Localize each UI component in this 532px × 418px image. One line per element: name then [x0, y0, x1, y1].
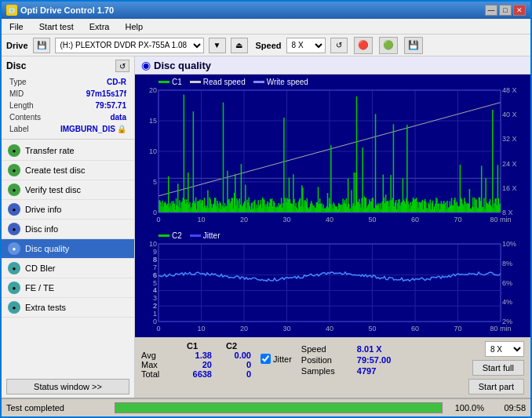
disc-quality-icon: ● — [8, 242, 20, 255]
chart-top: C1 Read speed Write speed — [135, 75, 530, 228]
avg-c2: 0.00 — [212, 351, 251, 360]
main-window: 💿 Opti Drive Control 1.70 — □ ✕ File Sta… — [0, 0, 532, 418]
sidebar-item-disc-quality[interactable]: ● Disc quality — [2, 239, 134, 259]
speed-position-samples: Speed 8.01 X Position 79:57.00 Samples 4… — [301, 341, 391, 376]
speed-row: Speed 8.01 X — [301, 344, 391, 354]
chart-bottom-legend: C2 Jitter — [159, 231, 220, 240]
total-c2: 0 — [212, 369, 251, 379]
type-label: Type — [8, 77, 47, 87]
sidebar-item-fe-te[interactable]: ● FE / TE — [2, 278, 134, 298]
drive-icon-button[interactable]: 💾 — [33, 38, 50, 53]
sidebar-item-cd-bler[interactable]: ● CD Bler — [2, 259, 134, 278]
start-full-button[interactable]: Start full — [472, 360, 524, 376]
avg-label: Avg — [141, 351, 173, 360]
disc-info-table: Type CD-R MID 97m15s17f Length 79:57.71 — [6, 75, 129, 136]
action-buttons-container: 8 X Start full Start part — [468, 341, 524, 394]
jitter-label: Jitter — [273, 354, 292, 364]
drive-eject-button[interactable]: ⏏ — [231, 38, 248, 53]
legend-write-color — [253, 81, 264, 83]
max-c1: 20 — [173, 360, 212, 369]
menu-file[interactable]: File — [5, 21, 28, 32]
legend-c2-color — [159, 234, 169, 237]
disc-section: Disc ↺ Type CD-R MID 97m15s17f — [2, 56, 134, 140]
time-text: 09:58 — [490, 403, 526, 413]
sidebar-item-verify-test-disc[interactable]: ● Verify test disc — [2, 180, 134, 200]
drive-bar: Drive 💾 (H:) PLEXTOR DVDR PX-755A 1.08 ▼… — [2, 35, 530, 56]
verify-test-disc-icon: ● — [8, 184, 20, 196]
avg-c1: 1.38 — [173, 351, 212, 360]
cd-bler-label: CD Bler — [25, 264, 56, 273]
label-value: IMGBURN_DIS — [60, 125, 115, 133]
minimize-button[interactable]: — — [485, 5, 497, 16]
speed-refresh-button[interactable]: ↺ — [330, 38, 348, 53]
title-bar-buttons: — □ ✕ — [485, 5, 526, 16]
position-value: 79:57.00 — [357, 355, 391, 365]
right-panel: ◉ Disc quality C1 Read — [135, 56, 530, 398]
create-test-disc-label: Create test disc — [25, 165, 85, 175]
window-title: Opti Drive Control 1.70 — [20, 5, 114, 15]
length-label: Length — [8, 100, 47, 111]
menu-help[interactable]: Help — [120, 21, 148, 32]
start-part-button[interactable]: Start part — [468, 379, 524, 394]
drive-select[interactable]: (H:) PLEXTOR DVDR PX-755A 1.08 — [55, 38, 204, 53]
legend-jitter-color — [190, 234, 201, 237]
drive-info-label: Drive info — [25, 205, 61, 214]
toolbar-btn-3[interactable]: 💾 — [404, 37, 423, 54]
menu-extra[interactable]: Extra — [85, 21, 115, 32]
speed-stat-label: Speed — [301, 344, 352, 354]
sidebar-menu: ● Transfer rate ● Create test disc ● Ver… — [2, 140, 134, 376]
legend-c1: C1 — [159, 78, 182, 86]
panel-header: ◉ Disc quality — [135, 56, 530, 75]
samples-label: Samples — [301, 366, 352, 376]
mid-label: MID — [8, 89, 47, 99]
toolbar-btn-1[interactable]: 🔴 — [354, 37, 373, 54]
status-window-button[interactable]: Status window >> — [6, 379, 129, 394]
stats-c1-header: C1 — [173, 341, 212, 351]
transfer-rate-label: Transfer rate — [25, 146, 75, 155]
fe-te-label: FE / TE — [25, 283, 54, 293]
close-button[interactable]: ✕ — [513, 5, 526, 16]
legend-write-label: Write speed — [267, 78, 308, 86]
extra-tests-icon: ● — [8, 301, 20, 314]
create-test-disc-icon: ● — [8, 164, 20, 176]
maximize-button[interactable]: □ — [499, 5, 512, 16]
speed-select-top[interactable]: 8 X — [286, 38, 326, 53]
sidebar-item-create-test-disc[interactable]: ● Create test disc — [2, 161, 134, 180]
contents-value: data — [49, 112, 128, 122]
chart-legend: C1 Read speed Write speed — [159, 78, 308, 86]
legend-jitter-label: Jitter — [203, 231, 220, 240]
sidebar-item-drive-info[interactable]: ● Drive info — [2, 200, 134, 220]
disc-refresh-button[interactable]: ↺ — [115, 60, 129, 72]
disc-info-label: Disc info — [25, 224, 58, 234]
menu-start-test[interactable]: Start test — [35, 21, 78, 32]
menu-bar: File Start test Extra Help — [2, 19, 530, 35]
samples-value: 4797 — [357, 366, 376, 376]
progress-text: 100.0% — [449, 403, 484, 413]
jitter-checkbox-container: Jitter — [261, 354, 292, 364]
disc-header: Disc ↺ — [6, 60, 129, 72]
legend-jitter: Jitter — [190, 231, 220, 240]
verify-test-disc-label: Verify test disc — [25, 185, 81, 194]
title-bar: 💿 Opti Drive Control 1.70 — □ ✕ — [2, 2, 530, 19]
speed-select-stats[interactable]: 8 X — [485, 341, 524, 357]
drive-label: Drive — [6, 41, 28, 50]
status-text: Test completed — [6, 403, 108, 413]
samples-row: Samples 4797 — [301, 366, 391, 376]
extra-tests-label: Extra tests — [25, 303, 66, 312]
label-icon[interactable]: 🔒 — [117, 125, 126, 133]
speed-label: Speed — [256, 41, 282, 50]
disc-section-title: Disc — [6, 60, 26, 71]
status-bar: Test completed 100.0% 09:58 — [2, 398, 530, 416]
jitter-checkbox[interactable] — [261, 354, 271, 364]
legend-c2-label: C2 — [172, 231, 182, 240]
drive-arrow-button[interactable]: ▼ — [209, 38, 226, 53]
sidebar-item-transfer-rate[interactable]: ● Transfer rate — [2, 141, 134, 161]
chart-area: C1 Read speed Write speed — [135, 75, 530, 337]
main-content: Disc ↺ Type CD-R MID 97m15s17f — [2, 56, 530, 398]
sidebar-item-extra-tests[interactable]: ● Extra tests — [2, 298, 134, 318]
stats-table: C1 C2 Avg 1.38 0.00 Max 20 0 Total — [141, 341, 251, 379]
sidebar-item-disc-info[interactable]: ● Disc info — [2, 220, 134, 239]
mid-value: 97m15s17f — [49, 89, 128, 99]
toolbar-btn-2[interactable]: 🟢 — [379, 37, 398, 54]
progress-bar-container — [115, 402, 443, 413]
